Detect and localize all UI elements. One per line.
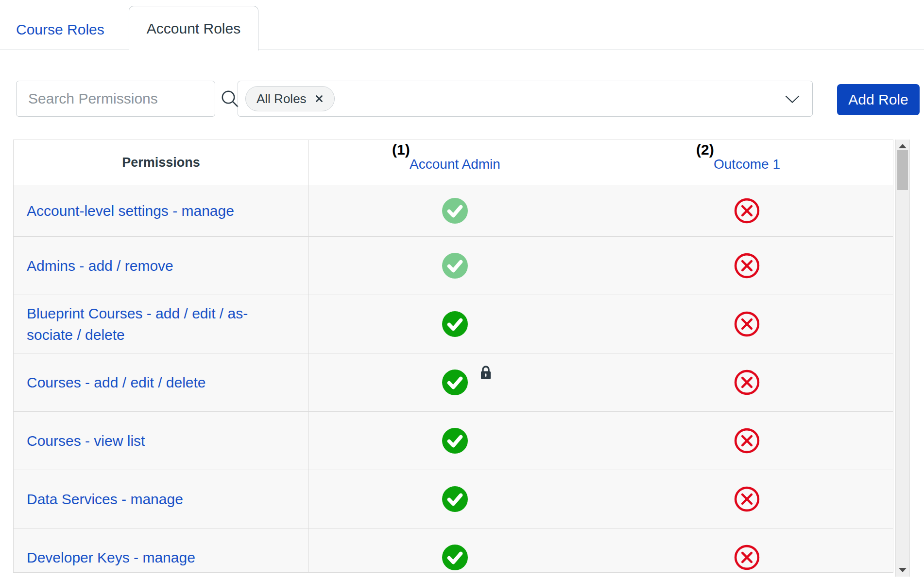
search-input[interactable] (17, 81, 221, 116)
permission-link[interactable]: Account-level settings - manage (27, 200, 234, 222)
permission-cell: Courses - add / edit / delete (14, 353, 309, 411)
tab-account-roles-label: Account Roles (147, 20, 240, 37)
scrollbar-thumb[interactable] (897, 150, 908, 190)
chevron-down-icon[interactable] (785, 95, 800, 103)
account-admin-cell (309, 185, 601, 236)
permissions-table-header: Permissions (1) Account Admin (2) Outcom… (14, 140, 893, 185)
permission-disabled-icon[interactable] (734, 198, 760, 224)
table-row: Data Services - manage (14, 470, 893, 528)
table-row: Blueprint Courses - add / edit / as- soc… (14, 295, 893, 353)
table-row: Admins - add / remove (14, 236, 893, 295)
permission-enabled-icon[interactable] (442, 486, 468, 512)
permission-cell: Courses - view list (14, 412, 309, 470)
account-admin-cell (309, 470, 601, 528)
permission-cell: Blueprint Courses - add / edit / as- soc… (14, 295, 309, 353)
permission-disabled-icon[interactable] (734, 545, 760, 570)
permission-link[interactable]: Courses - add / edit / delete (27, 372, 206, 393)
permission-disabled-icon[interactable] (734, 311, 760, 337)
outcome-1-cell (601, 470, 893, 528)
role-column-number: (2) (696, 142, 714, 157)
permission-enabled-icon[interactable] (442, 428, 468, 454)
permissions-table: Permissions (1) Account Admin (2) Outcom… (13, 140, 893, 573)
permission-cell: Admins - add / remove (14, 237, 309, 295)
outcome-1-cell (601, 185, 893, 236)
role-column-header-account-admin: (1) Account Admin (309, 140, 601, 185)
role-column-number: (1) (392, 142, 410, 157)
role-filter-select[interactable]: All Roles (238, 81, 813, 117)
permission-link[interactable]: Data Services - manage (27, 489, 183, 510)
account-admin-cell (309, 528, 601, 573)
search-icon (221, 89, 239, 108)
permission-disabled-icon[interactable] (734, 370, 760, 395)
search-permissions-box (16, 81, 215, 117)
outcome-1-cell (601, 528, 893, 573)
tab-course-roles[interactable]: Course Roles (16, 21, 104, 38)
permission-enabled-icon[interactable] (442, 370, 468, 395)
role-column-link[interactable]: Account Admin (410, 157, 500, 172)
permission-cell: Developer Keys - manage (14, 528, 309, 573)
permission-disabled-icon[interactable] (734, 486, 760, 512)
permission-enabled-pending-icon[interactable] (442, 253, 468, 279)
permission-link[interactable]: Admins - add / remove (27, 255, 173, 277)
table-row: Courses - add / edit / delete (14, 353, 893, 411)
account-admin-cell (309, 295, 601, 353)
add-role-button[interactable]: Add Role (837, 84, 920, 115)
role-filter-tag-label: All Roles (257, 91, 307, 106)
account-admin-cell (309, 353, 601, 411)
permission-enabled-pending-icon[interactable] (442, 198, 468, 224)
permission-link[interactable]: Courses - view list (27, 430, 145, 452)
permission-disabled-icon[interactable] (734, 253, 760, 279)
outcome-1-cell (601, 412, 893, 470)
role-column-header-outcome-1: (2) Outcome 1 (601, 140, 893, 185)
permission-cell: Data Services - manage (14, 470, 309, 528)
outcome-1-cell (601, 295, 893, 353)
permission-link[interactable]: Developer Keys - manage (27, 547, 195, 568)
outcome-1-cell (601, 353, 893, 411)
table-row: Account-level settings - manage (14, 185, 893, 236)
table-scrollbar[interactable] (895, 140, 910, 577)
scroll-down-icon[interactable] (899, 568, 907, 572)
permission-disabled-icon[interactable] (734, 428, 760, 454)
tab-account-roles[interactable]: Account Roles (129, 6, 258, 51)
table-row: Courses - view list (14, 411, 893, 470)
permission-enabled-icon[interactable] (442, 545, 468, 570)
role-filter-tag[interactable]: All Roles (245, 86, 335, 111)
outcome-1-cell (601, 237, 893, 295)
account-admin-cell (309, 412, 601, 470)
lock-icon (480, 365, 492, 380)
scroll-up-icon[interactable] (899, 144, 907, 148)
permission-enabled-icon[interactable] (442, 311, 468, 337)
role-column-link[interactable]: Outcome 1 (714, 157, 780, 172)
permission-link[interactable]: Blueprint Courses - add / edit / as- soc… (27, 303, 248, 346)
permissions-page: Course Roles Account Roles All Roles (0, 0, 924, 581)
account-admin-cell (309, 237, 601, 295)
remove-filter-icon[interactable] (315, 94, 324, 103)
permission-cell: Account-level settings - manage (14, 185, 309, 236)
table-row: Developer Keys - manage (14, 528, 893, 573)
permissions-column-header: Permissions (14, 140, 309, 185)
permissions-table-body: Account-level settings - manage Admins -… (14, 185, 893, 573)
